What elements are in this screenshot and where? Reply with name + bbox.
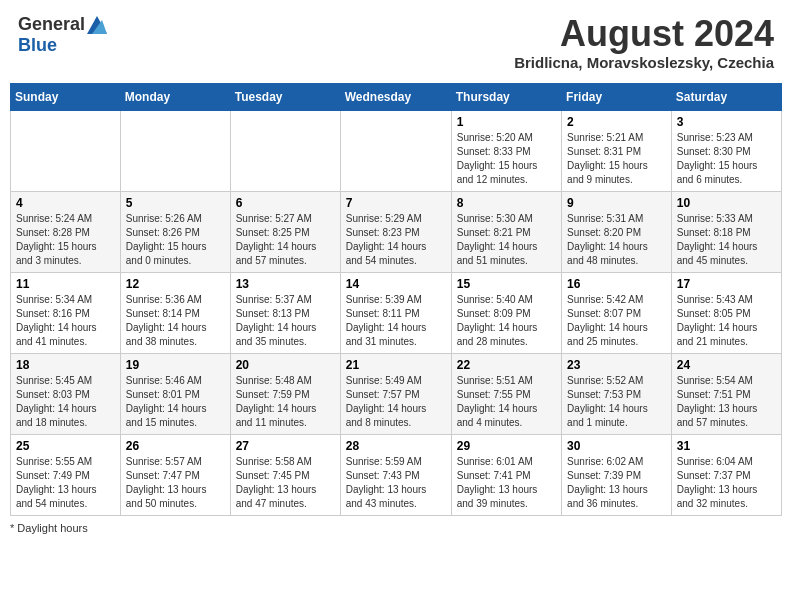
calendar-cell (11, 110, 121, 191)
calendar-cell: 8Sunrise: 5:30 AMSunset: 8:21 PMDaylight… (451, 191, 561, 272)
calendar-cell: 24Sunrise: 5:54 AMSunset: 7:51 PMDayligh… (671, 353, 781, 434)
day-info: Sunrise: 5:52 AMSunset: 7:53 PMDaylight:… (567, 374, 666, 430)
calendar-cell: 21Sunrise: 5:49 AMSunset: 7:57 PMDayligh… (340, 353, 451, 434)
day-number: 4 (16, 196, 115, 210)
calendar-cell: 12Sunrise: 5:36 AMSunset: 8:14 PMDayligh… (120, 272, 230, 353)
calendar-cell: 9Sunrise: 5:31 AMSunset: 8:20 PMDaylight… (562, 191, 672, 272)
location-text: Bridlicna, Moravskoslezsky, Czechia (514, 54, 774, 71)
day-info: Sunrise: 5:29 AMSunset: 8:23 PMDaylight:… (346, 212, 446, 268)
calendar-cell: 18Sunrise: 5:45 AMSunset: 8:03 PMDayligh… (11, 353, 121, 434)
calendar-cell (230, 110, 340, 191)
col-thursday: Thursday (451, 83, 561, 110)
day-info: Sunrise: 5:43 AMSunset: 8:05 PMDaylight:… (677, 293, 776, 349)
calendar-cell: 10Sunrise: 5:33 AMSunset: 8:18 PMDayligh… (671, 191, 781, 272)
day-number: 30 (567, 439, 666, 453)
day-number: 28 (346, 439, 446, 453)
day-number: 2 (567, 115, 666, 129)
footer-note: * Daylight hours (10, 522, 782, 534)
calendar-cell: 28Sunrise: 5:59 AMSunset: 7:43 PMDayligh… (340, 434, 451, 515)
calendar-cell: 31Sunrise: 6:04 AMSunset: 7:37 PMDayligh… (671, 434, 781, 515)
day-info: Sunrise: 5:30 AMSunset: 8:21 PMDaylight:… (457, 212, 556, 268)
day-info: Sunrise: 5:42 AMSunset: 8:07 PMDaylight:… (567, 293, 666, 349)
calendar-cell: 15Sunrise: 5:40 AMSunset: 8:09 PMDayligh… (451, 272, 561, 353)
week-row-1: 1Sunrise: 5:20 AMSunset: 8:33 PMDaylight… (11, 110, 782, 191)
calendar-cell: 11Sunrise: 5:34 AMSunset: 8:16 PMDayligh… (11, 272, 121, 353)
col-saturday: Saturday (671, 83, 781, 110)
col-tuesday: Tuesday (230, 83, 340, 110)
header: General Blue August 2024 Bridlicna, Mora… (10, 10, 782, 75)
day-number: 15 (457, 277, 556, 291)
day-number: 20 (236, 358, 335, 372)
day-number: 22 (457, 358, 556, 372)
day-info: Sunrise: 5:59 AMSunset: 7:43 PMDaylight:… (346, 455, 446, 511)
day-number: 19 (126, 358, 225, 372)
day-info: Sunrise: 5:21 AMSunset: 8:31 PMDaylight:… (567, 131, 666, 187)
day-info: Sunrise: 5:31 AMSunset: 8:20 PMDaylight:… (567, 212, 666, 268)
day-info: Sunrise: 5:33 AMSunset: 8:18 PMDaylight:… (677, 212, 776, 268)
day-number: 9 (567, 196, 666, 210)
day-info: Sunrise: 5:48 AMSunset: 7:59 PMDaylight:… (236, 374, 335, 430)
day-number: 24 (677, 358, 776, 372)
calendar-cell: 1Sunrise: 5:20 AMSunset: 8:33 PMDaylight… (451, 110, 561, 191)
col-monday: Monday (120, 83, 230, 110)
day-info: Sunrise: 5:37 AMSunset: 8:13 PMDaylight:… (236, 293, 335, 349)
day-info: Sunrise: 5:36 AMSunset: 8:14 PMDaylight:… (126, 293, 225, 349)
day-info: Sunrise: 6:01 AMSunset: 7:41 PMDaylight:… (457, 455, 556, 511)
day-info: Sunrise: 5:24 AMSunset: 8:28 PMDaylight:… (16, 212, 115, 268)
calendar-cell: 6Sunrise: 5:27 AMSunset: 8:25 PMDaylight… (230, 191, 340, 272)
calendar-cell: 19Sunrise: 5:46 AMSunset: 8:01 PMDayligh… (120, 353, 230, 434)
logo-general-text: General (18, 14, 85, 35)
day-number: 16 (567, 277, 666, 291)
day-info: Sunrise: 5:34 AMSunset: 8:16 PMDaylight:… (16, 293, 115, 349)
calendar-cell: 14Sunrise: 5:39 AMSunset: 8:11 PMDayligh… (340, 272, 451, 353)
calendar-cell: 7Sunrise: 5:29 AMSunset: 8:23 PMDaylight… (340, 191, 451, 272)
day-number: 23 (567, 358, 666, 372)
day-info: Sunrise: 5:20 AMSunset: 8:33 PMDaylight:… (457, 131, 556, 187)
calendar-cell (340, 110, 451, 191)
calendar-cell (120, 110, 230, 191)
col-friday: Friday (562, 83, 672, 110)
calendar-cell: 27Sunrise: 5:58 AMSunset: 7:45 PMDayligh… (230, 434, 340, 515)
title-area: August 2024 Bridlicna, Moravskoslezsky, … (514, 14, 774, 71)
day-info: Sunrise: 5:54 AMSunset: 7:51 PMDaylight:… (677, 374, 776, 430)
day-number: 14 (346, 277, 446, 291)
calendar-cell: 25Sunrise: 5:55 AMSunset: 7:49 PMDayligh… (11, 434, 121, 515)
logo: General Blue (18, 14, 107, 56)
calendar-cell: 2Sunrise: 5:21 AMSunset: 8:31 PMDaylight… (562, 110, 672, 191)
day-info: Sunrise: 5:58 AMSunset: 7:45 PMDaylight:… (236, 455, 335, 511)
day-info: Sunrise: 6:02 AMSunset: 7:39 PMDaylight:… (567, 455, 666, 511)
logo-blue-text: Blue (18, 35, 57, 56)
day-number: 11 (16, 277, 115, 291)
calendar-cell: 22Sunrise: 5:51 AMSunset: 7:55 PMDayligh… (451, 353, 561, 434)
day-number: 27 (236, 439, 335, 453)
col-wednesday: Wednesday (340, 83, 451, 110)
month-title: August 2024 (514, 14, 774, 54)
week-row-3: 11Sunrise: 5:34 AMSunset: 8:16 PMDayligh… (11, 272, 782, 353)
calendar-table: Sunday Monday Tuesday Wednesday Thursday… (10, 83, 782, 516)
day-number: 5 (126, 196, 225, 210)
day-info: Sunrise: 5:39 AMSunset: 8:11 PMDaylight:… (346, 293, 446, 349)
day-number: 6 (236, 196, 335, 210)
day-info: Sunrise: 5:51 AMSunset: 7:55 PMDaylight:… (457, 374, 556, 430)
day-info: Sunrise: 5:40 AMSunset: 8:09 PMDaylight:… (457, 293, 556, 349)
day-number: 29 (457, 439, 556, 453)
day-number: 21 (346, 358, 446, 372)
day-number: 3 (677, 115, 776, 129)
calendar-cell: 3Sunrise: 5:23 AMSunset: 8:30 PMDaylight… (671, 110, 781, 191)
week-row-2: 4Sunrise: 5:24 AMSunset: 8:28 PMDaylight… (11, 191, 782, 272)
day-info: Sunrise: 5:27 AMSunset: 8:25 PMDaylight:… (236, 212, 335, 268)
day-info: Sunrise: 5:45 AMSunset: 8:03 PMDaylight:… (16, 374, 115, 430)
footer-note-text: Daylight hours (17, 522, 87, 534)
calendar-cell: 20Sunrise: 5:48 AMSunset: 7:59 PMDayligh… (230, 353, 340, 434)
calendar-cell: 5Sunrise: 5:26 AMSunset: 8:26 PMDaylight… (120, 191, 230, 272)
day-number: 18 (16, 358, 115, 372)
week-row-5: 25Sunrise: 5:55 AMSunset: 7:49 PMDayligh… (11, 434, 782, 515)
day-number: 13 (236, 277, 335, 291)
day-number: 26 (126, 439, 225, 453)
day-info: Sunrise: 5:49 AMSunset: 7:57 PMDaylight:… (346, 374, 446, 430)
day-info: Sunrise: 5:57 AMSunset: 7:47 PMDaylight:… (126, 455, 225, 511)
day-info: Sunrise: 6:04 AMSunset: 7:37 PMDaylight:… (677, 455, 776, 511)
week-row-4: 18Sunrise: 5:45 AMSunset: 8:03 PMDayligh… (11, 353, 782, 434)
calendar-cell: 26Sunrise: 5:57 AMSunset: 7:47 PMDayligh… (120, 434, 230, 515)
day-number: 7 (346, 196, 446, 210)
